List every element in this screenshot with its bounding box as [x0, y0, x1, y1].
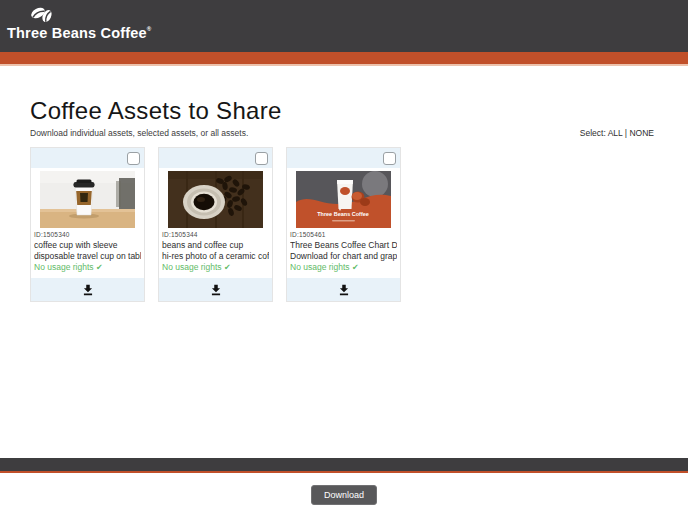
app-header: Three Beans Coffee® — [0, 0, 688, 52]
check-icon: ✔ — [96, 263, 103, 272]
footer-dark-bar — [0, 458, 688, 471]
check-icon: ✔ — [224, 263, 231, 272]
download-asset-button[interactable] — [31, 278, 144, 301]
select-all-link[interactable]: ALL — [608, 128, 623, 138]
asset-checkbox[interactable] — [255, 152, 268, 165]
asset-title: beans and coffee cup — [162, 240, 269, 251]
asset-thumbnail-chart-deck: Three Beans Coffee — [296, 171, 391, 228]
asset-title: coffee cup with sleeve — [34, 240, 141, 251]
asset-card-1505340: ID:1505340 coffee cup with sleeve dispos… — [30, 147, 145, 302]
asset-description: disposable travel cup on table .. — [34, 251, 141, 262]
coffee-beans-logo-icon — [29, 5, 55, 24]
download-icon — [209, 283, 223, 297]
page-footer: Download — [0, 458, 688, 510]
trademark-symbol: ® — [147, 26, 152, 32]
asset-thumbnail-beans-and-cup — [168, 171, 263, 228]
asset-description: hi-res photo of a ceramic coffe.. — [162, 251, 269, 262]
deck-brand-text: Three Beans Coffee — [317, 211, 369, 217]
asset-checkbox[interactable] — [127, 152, 140, 165]
select-none-link[interactable]: NONE — [629, 128, 654, 138]
page-subtitle: Download individual assets, selected ass… — [30, 128, 248, 138]
asset-card-1505461: Three Beans Coffee ID:1505461 Three Bean… — [286, 147, 401, 302]
download-selected-button[interactable]: Download — [311, 485, 377, 505]
download-asset-button[interactable] — [159, 278, 272, 301]
asset-id: ID:1505461 — [290, 231, 397, 238]
asset-id: ID:1505344 — [162, 231, 269, 238]
card-header-strip — [31, 148, 144, 168]
usage-rights-status: No usage rights ✔ — [162, 262, 269, 273]
asset-checkbox[interactable] — [383, 152, 396, 165]
asset-id: ID:1505340 — [34, 231, 141, 238]
card-header-strip — [159, 148, 272, 168]
download-icon — [337, 283, 351, 297]
card-header-strip — [287, 148, 400, 168]
asset-card-grid: ID:1505340 coffee cup with sleeve dispos… — [30, 147, 658, 302]
asset-description: Download for chart and graph s.. — [290, 251, 397, 262]
check-icon: ✔ — [352, 263, 359, 272]
select-label: Select: — [580, 128, 608, 138]
select-controls: Select: ALL | NONE — [580, 128, 654, 138]
usage-rights-status: No usage rights ✔ — [34, 262, 141, 273]
download-asset-button[interactable] — [287, 278, 400, 301]
asset-card-1505344: ID:1505344 beans and coffee cup hi-res p… — [158, 147, 273, 302]
asset-thumbnail-coffee-cup-sleeve — [40, 171, 135, 228]
usage-rights-status: No usage rights ✔ — [290, 262, 397, 273]
brand-name: Three Beans Coffee® — [7, 25, 151, 41]
main-content: Coffee Assets to Share Download individu… — [0, 98, 688, 302]
download-icon — [81, 283, 95, 297]
accent-bar — [0, 52, 688, 66]
page-title: Coffee Assets to Share — [30, 98, 658, 123]
asset-title: Three Beans Coffee Chart Deck — [290, 240, 397, 251]
